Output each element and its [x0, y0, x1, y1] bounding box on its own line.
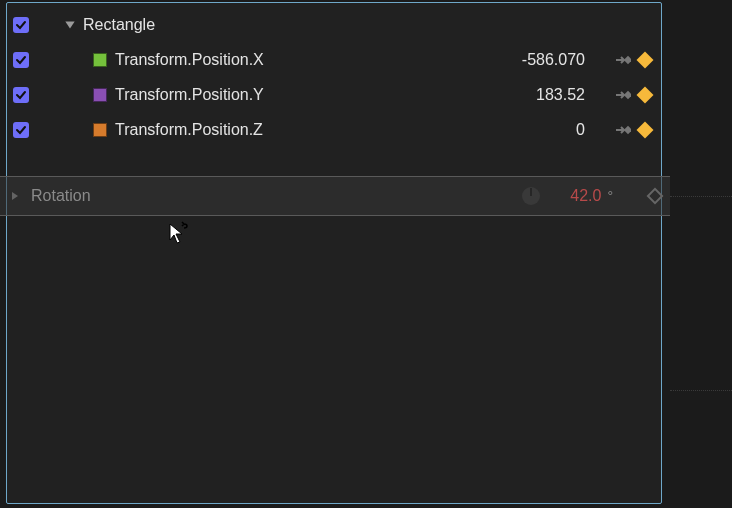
drag-proxy-rotation[interactable]: Rotation 42.0 °	[0, 176, 716, 216]
enable-checkbox[interactable]	[13, 52, 29, 68]
keyframe-icon[interactable]	[637, 52, 653, 68]
property-value[interactable]: 0	[505, 121, 585, 139]
property-value[interactable]: 183.52	[505, 86, 585, 104]
keyframe-outline-icon[interactable]	[647, 188, 664, 205]
property-label: Transform.Position.Y	[115, 86, 264, 104]
keyframe-nav-icon[interactable]	[613, 121, 631, 139]
color-swatch[interactable]	[93, 123, 107, 137]
timeline-strip	[670, 0, 732, 508]
check-icon	[15, 124, 27, 136]
check-icon	[15, 89, 27, 101]
group-row-rectangle[interactable]: Rectangle	[7, 7, 661, 42]
color-swatch[interactable]	[93, 88, 107, 102]
property-value[interactable]: -586.070	[505, 51, 585, 69]
rotation-value[interactable]: 42.0	[570, 187, 601, 205]
svg-rect-0	[624, 55, 631, 63]
timeline-tick	[670, 390, 732, 391]
enable-checkbox[interactable]	[13, 87, 29, 103]
disclosure-triangle-icon[interactable]	[9, 190, 21, 202]
color-swatch[interactable]	[93, 53, 107, 67]
check-icon	[15, 54, 27, 66]
svg-rect-2	[624, 125, 631, 133]
property-row-position-x[interactable]: Transform.Position.X -586.070	[7, 42, 661, 77]
keyframe-icon[interactable]	[637, 87, 653, 103]
check-icon	[15, 19, 27, 31]
group-label: Rectangle	[83, 16, 155, 34]
property-label: Transform.Position.Z	[115, 121, 263, 139]
property-row-position-z[interactable]: Transform.Position.Z 0	[7, 112, 661, 147]
enable-checkbox[interactable]	[13, 122, 29, 138]
properties-panel: Rectangle Transform.Position.X -586.070 …	[6, 2, 662, 504]
visibility-checkbox[interactable]	[13, 17, 29, 33]
keyframe-icon[interactable]	[637, 122, 653, 138]
disclosure-triangle-icon[interactable]	[63, 18, 77, 32]
angle-dial-icon[interactable]	[520, 185, 542, 207]
property-row-position-y[interactable]: Transform.Position.Y 183.52	[7, 77, 661, 112]
svg-rect-1	[624, 90, 631, 98]
timeline-tick	[670, 196, 732, 197]
drag-label: Rotation	[31, 187, 91, 205]
property-label: Transform.Position.X	[115, 51, 264, 69]
keyframe-nav-icon[interactable]	[613, 86, 631, 104]
keyframe-nav-icon[interactable]	[613, 51, 631, 69]
unit-label: °	[607, 188, 613, 204]
